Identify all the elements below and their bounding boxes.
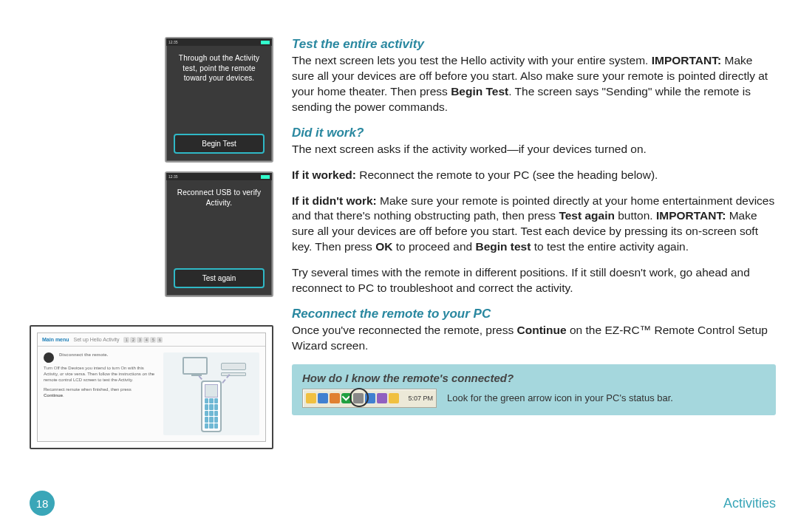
- tray-app-icon: [353, 393, 364, 403]
- wizard-screenshot: Main menu Set up Hello Activity 123456 D…: [30, 325, 273, 449]
- wizard-step-pills: 123456: [123, 337, 163, 343]
- remote-time: 12:35: [168, 174, 178, 179]
- wizard-breadcrumb: Set up Hello Activity: [74, 337, 120, 342]
- system-tray: 5:07 PM: [302, 389, 437, 408]
- callout-heading: How do I know the remote's connected?: [302, 372, 765, 384]
- wizard-text: Disconnect the remote. Turn Off the Devi…: [44, 352, 157, 435]
- begin-test-button[interactable]: Begin Test: [174, 134, 265, 154]
- callout-box: How do I know the remote's connected? 5:…: [292, 364, 776, 415]
- heading-test-activity: Test the entire activity: [292, 37, 776, 52]
- tray-shield-icon: [306, 393, 316, 403]
- test-again-button[interactable]: Test again: [174, 268, 265, 288]
- heading-did-it-work: Did it work?: [292, 126, 776, 140]
- battery-icon: [261, 41, 270, 44]
- remote-time: 12:35: [168, 40, 178, 44]
- tray-app-icon: [389, 393, 399, 403]
- wizard-diagram: [163, 352, 259, 435]
- tray-app-icon: [365, 393, 375, 403]
- tv-icon: [183, 357, 208, 375]
- tray-app-icon: [318, 393, 328, 403]
- para-test-activity: The next screen lets you test the Hello …: [292, 53, 776, 115]
- tray-clock: 5:07 PM: [408, 395, 433, 402]
- remote-instruction-1: Through out the Activity test, point the…: [166, 46, 272, 83]
- battery-icon: [261, 175, 270, 179]
- footer-section-label: Activities: [723, 496, 776, 511]
- para-diw-3: If it didn't work: Make sure your remote…: [292, 194, 776, 256]
- device-box2-icon: [221, 372, 246, 376]
- speech-bubble-icon: [44, 352, 54, 363]
- heading-reconnect: Reconnect the remote to your PC: [292, 307, 776, 321]
- remote-screen-2: 12:35 Reconnect USB to verify Activity. …: [165, 171, 273, 297]
- para-diw-4: Try several times with the remote in dif…: [292, 265, 776, 296]
- remote-icon: [201, 381, 222, 432]
- page-number-badge: 18: [30, 491, 55, 516]
- para-reconnect: Once you've reconnected the remote, pres…: [292, 323, 776, 354]
- remote-instruction-2: Reconnect USB to verify Activity.: [166, 180, 272, 208]
- tray-app-icon: [330, 393, 340, 403]
- para-diw-2: If it worked: Reconnect the remote to yo…: [292, 168, 776, 183]
- device-box-icon: [221, 363, 246, 370]
- remote-status-bar: 12:35: [166, 38, 272, 46]
- callout-note: Look for the green arrow icon in your PC…: [447, 392, 673, 403]
- tray-app-icon: [377, 393, 387, 403]
- para-diw-1: The next screen asks if the activity wor…: [292, 142, 776, 157]
- wizard-main-menu: Main menu: [42, 337, 69, 342]
- remote-status-bar: 12:35: [166, 173, 272, 180]
- remote-screen-1: 12:35 Through out the Activity test, poi…: [165, 37, 273, 163]
- tray-green-arrow-icon: [341, 393, 352, 403]
